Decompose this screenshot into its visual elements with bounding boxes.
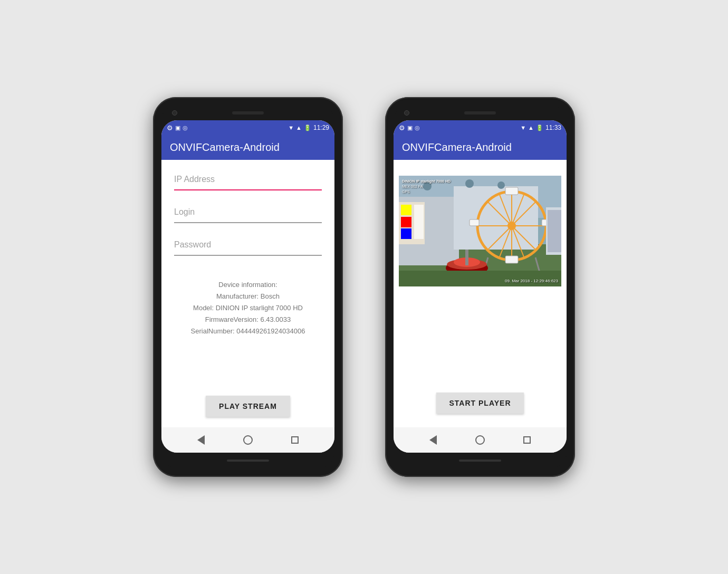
- phone-speaker-1: [232, 111, 264, 114]
- sim-icon-2: ▣: [407, 125, 413, 131]
- gear-icon: ⚙: [167, 124, 173, 132]
- password-field-group: Password: [174, 236, 322, 256]
- overlay-line3: GPS: [402, 189, 451, 195]
- status-icons-left-2: ⚙ ▣ ◎: [399, 124, 420, 132]
- password-underline: [174, 255, 322, 256]
- status-icons-right-1: ▼ ▲ 🔋 11:29: [288, 124, 329, 131]
- svg-rect-7: [401, 217, 411, 227]
- svg-rect-20: [470, 219, 479, 226]
- phone-1-top-bar: [161, 106, 334, 120]
- device-info: Device information: Manufacturer: Bosch …: [174, 279, 322, 337]
- wifi-icon: ▼: [288, 125, 294, 131]
- status-icons-right-2: ▼ ▲ 🔋 11:33: [520, 124, 561, 131]
- wifi-icon-2: ▼: [520, 125, 526, 131]
- ip-address-wrapper: IP Address: [174, 170, 322, 190]
- sim-icon: ▣: [175, 125, 180, 131]
- svg-rect-8: [401, 228, 411, 239]
- front-camera-1: [172, 110, 177, 116]
- svg-point-29: [465, 179, 474, 188]
- camera-overlay-text: DINION IP starlight 7000 HD MEX 002 FA G…: [402, 179, 451, 194]
- bottom-nav-2: [394, 427, 567, 453]
- app-bar-2: ONVIFCamera-Android: [394, 135, 567, 160]
- svg-rect-6: [401, 205, 411, 215]
- status-time-2: 11:33: [545, 124, 561, 131]
- recents-icon-1: [291, 436, 299, 444]
- home-icon-2: [475, 435, 485, 445]
- svg-rect-27: [465, 250, 468, 265]
- login-wrapper: Login: [174, 203, 322, 223]
- camera-view: DINION IP starlight 7000 HD MEX 002 FA G…: [399, 176, 561, 286]
- svg-rect-18: [505, 187, 518, 195]
- main-container: ⚙ ▣ ◎ ▼ ▲ 🔋 11:29 ONVIFCamera-Android: [0, 76, 728, 498]
- phone-2: ⚙ ▣ ◎ ▼ ▲ 🔋 11:33 ONVIFCamera-Android: [385, 97, 575, 477]
- signal-icon: ▲: [296, 125, 302, 131]
- home-bar-2: [459, 460, 501, 462]
- recents-icon-2: [523, 436, 531, 444]
- gear-icon-2: ⚙: [399, 124, 405, 132]
- signal-icon-2: ▲: [528, 125, 534, 131]
- login-field-group: Login: [174, 203, 322, 223]
- battery-icon: 🔋: [304, 125, 311, 131]
- play-stream-button[interactable]: PLAY STREAM: [206, 396, 290, 417]
- device-info-line3: Model: DINION IP starlight 7000 HD: [174, 302, 322, 314]
- svg-rect-19: [505, 256, 518, 263]
- status-bar-1: ⚙ ▣ ◎ ▼ ▲ 🔋 11:29: [161, 120, 334, 135]
- device-info-line1: Device information:: [174, 279, 322, 291]
- svg-rect-32: [548, 210, 561, 252]
- status-time-1: 11:29: [313, 124, 329, 131]
- device-info-line2: Manufacturer: Bosch: [174, 291, 322, 302]
- phone-2-top-bar: [394, 106, 567, 120]
- password-wrapper: Password: [174, 236, 322, 256]
- circle-icon-2: ◎: [415, 125, 420, 131]
- recents-button-2[interactable]: [522, 435, 532, 445]
- ip-address-underline: [174, 189, 322, 190]
- login-label: Login: [174, 207, 195, 217]
- recents-button-1[interactable]: [290, 435, 300, 445]
- phone-1: ⚙ ▣ ◎ ▼ ▲ 🔋 11:29 ONVIFCamera-Android: [153, 97, 343, 477]
- back-button-1[interactable]: [196, 435, 206, 445]
- overlay-line2: MEX 002 FA: [402, 184, 451, 189]
- svg-rect-9: [414, 205, 424, 239]
- ip-address-field-group: IP Address: [174, 170, 322, 190]
- app-title-1: ONVIFCamera-Android: [170, 141, 280, 154]
- front-camera-2: [404, 110, 409, 116]
- ip-address-label: IP Address: [174, 175, 215, 184]
- password-label: Password: [174, 240, 211, 250]
- camera-timestamp: 09. Mar 2018 - 12:29:46:623: [505, 279, 558, 283]
- phone-1-screen: ⚙ ▣ ◎ ▼ ▲ 🔋 11:29 ONVIFCamera-Android: [161, 120, 334, 453]
- phone-2-screen: ⚙ ▣ ◎ ▼ ▲ 🔋 11:33 ONVIFCamera-Android: [394, 120, 567, 453]
- app-bar-1: ONVIFCamera-Android: [161, 135, 334, 160]
- device-info-line4: FirmwareVersion: 6.43.0033: [174, 314, 322, 326]
- status-bar-2: ⚙ ▣ ◎ ▼ ▲ 🔋 11:33: [394, 120, 567, 135]
- home-icon-1: [243, 435, 253, 445]
- phone-1-bottom: [161, 453, 334, 468]
- overlay-line1: DINION IP starlight 7000 HD: [402, 179, 451, 184]
- svg-point-17: [507, 222, 516, 230]
- back-icon-2: [429, 435, 437, 445]
- status-icons-left-1: ⚙ ▣ ◎: [167, 124, 188, 132]
- phone-speaker-2: [464, 111, 496, 114]
- home-button-2[interactable]: [475, 435, 485, 445]
- screen-content-2: DINION IP starlight 7000 HD MEX 002 FA G…: [394, 160, 567, 427]
- circle-icon: ◎: [183, 125, 188, 131]
- device-info-line5: SerialNumber: 044449261924034006: [174, 326, 322, 337]
- home-bar-1: [227, 460, 269, 462]
- phone-2-bottom: [394, 453, 567, 468]
- screen-content-1: IP Address Login Password: [161, 160, 334, 427]
- home-button-1[interactable]: [243, 435, 253, 445]
- start-player-button[interactable]: START PLAYER: [436, 393, 523, 414]
- bottom-nav-1: [161, 427, 334, 453]
- battery-icon-2: 🔋: [536, 125, 543, 131]
- back-icon-1: [197, 435, 205, 445]
- app-title-2: ONVIFCamera-Android: [402, 141, 512, 154]
- back-button-2[interactable]: [428, 435, 438, 445]
- login-underline: [174, 222, 322, 223]
- svg-point-30: [497, 181, 505, 189]
